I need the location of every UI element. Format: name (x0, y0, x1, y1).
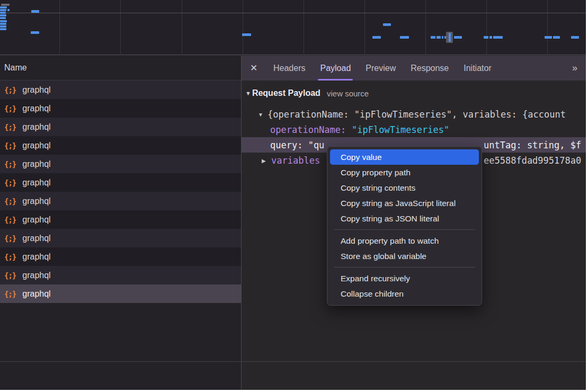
network-request-row[interactable]: {;}graphql (0, 229, 241, 247)
network-request-row[interactable]: {;}graphql (0, 155, 241, 173)
json-braces-icon: {;} (4, 253, 16, 261)
request-timing-bar (31, 10, 39, 13)
menu-separator (334, 267, 475, 268)
request-timing-bar (553, 36, 560, 39)
request-timing-bar (0, 9, 6, 11)
detail-tab-bar: ✕ HeadersPayloadPreviewResponseInitiator… (242, 56, 586, 81)
timeline-gridline (182, 0, 182, 55)
view-source-link[interactable]: view source (327, 89, 369, 98)
request-timing-bar (431, 36, 435, 39)
property-value: "ipFlowTimeseries" (352, 122, 449, 138)
menu-item-store-as-global-variable[interactable]: Store as global variable (327, 248, 482, 264)
network-overview-timeline[interactable] (0, 0, 586, 55)
request-timing-bar (484, 36, 488, 39)
tab-response[interactable]: Response (403, 56, 456, 81)
request-timing-bar (372, 36, 381, 39)
request-timing-bar (0, 17, 6, 19)
query-value-fragment: untTag: string, $f (484, 138, 581, 153)
timeline-gridline (243, 0, 243, 55)
network-request-row[interactable]: {;}graphql (0, 192, 241, 210)
payload-root-row[interactable]: ▼ {operationName: "ipFlowTimeseries", va… (242, 107, 586, 122)
menu-item-expand-recursively[interactable]: Expand recursively (327, 271, 482, 286)
menu-item-copy-value[interactable]: Copy value (330, 149, 479, 165)
json-braces-icon: {;} (4, 123, 16, 131)
timeline-gridline (547, 0, 548, 55)
property-key: variables (271, 153, 320, 168)
query-key-fragment: query: "qu (270, 138, 324, 153)
variables-preview-fragment: ee5588fdad995178a0 (484, 153, 581, 168)
devtools-network-panel: Name {;}graphql{;}graphql{;}graphql{;}gr… (0, 0, 586, 390)
request-timing-bar (571, 36, 579, 39)
network-request-row[interactable]: {;}graphql (0, 284, 241, 303)
request-timing-bar (242, 33, 251, 36)
network-request-row[interactable]: {;}graphql (0, 118, 241, 136)
request-timing-bar (1, 4, 10, 6)
request-timing-bar (400, 36, 409, 39)
detail-panel-footer (242, 362, 586, 390)
menu-separator (334, 229, 475, 230)
timeline-gridline (425, 0, 426, 55)
expand-icon[interactable]: ▶ (262, 153, 266, 168)
request-name-label: graphql (22, 159, 50, 169)
timeline-marker-bar (449, 33, 451, 42)
tab-initiator[interactable]: Initiator (456, 56, 498, 81)
menu-item-copy-string-as-json-literal[interactable]: Copy string as JSON literal (327, 211, 482, 226)
json-braces-icon: {;} (4, 141, 16, 150)
more-tabs-icon[interactable]: » (563, 56, 586, 81)
menu-item-copy-string-as-javascript-literal[interactable]: Copy string as JavaScript literal (327, 195, 482, 211)
json-braces-icon: {;} (4, 290, 16, 298)
request-name-label: graphql (22, 215, 50, 225)
request-timing-bar (489, 36, 492, 39)
request-timing-bar (0, 28, 6, 30)
name-column-header[interactable]: Name (0, 56, 241, 81)
request-timing-bar (454, 36, 462, 39)
network-request-row[interactable]: {;}graphql (0, 266, 241, 284)
json-braces-icon: {;} (4, 86, 16, 94)
menu-item-copy-property-path[interactable]: Copy property path (327, 165, 482, 180)
request-timing-bar (436, 36, 441, 39)
request-timing-bar (0, 23, 6, 25)
json-braces-icon: {;} (4, 160, 16, 168)
close-icon[interactable]: ✕ (242, 56, 266, 81)
object-preview-text: {operationName: "ipFlowTimeseries", vari… (268, 107, 566, 122)
timeline-gridline (364, 0, 365, 55)
tab-preview[interactable]: Preview (358, 56, 403, 81)
tab-headers[interactable]: Headers (266, 56, 313, 81)
request-name-label: graphql (22, 85, 50, 95)
network-request-row[interactable]: {;}graphql (0, 173, 241, 192)
request-name-label: graphql (22, 104, 50, 113)
menu-item-collapse-children[interactable]: Collapse children (327, 286, 482, 301)
request-timing-bar (0, 14, 6, 16)
timeline-gridline (120, 0, 121, 55)
menu-item-add-property-path-to-watch[interactable]: Add property path to watch (327, 233, 482, 248)
property-key: operationName: (270, 122, 346, 138)
tab-payload[interactable]: Payload (313, 56, 358, 81)
request-name-label: graphql (22, 271, 50, 280)
json-braces-icon: {;} (4, 216, 16, 224)
request-timing-bar (0, 25, 6, 28)
request-timing-bar (493, 36, 503, 39)
operation-name-row[interactable]: operationName: "ipFlowTimeseries" (242, 122, 586, 138)
section-collapse-icon[interactable]: ▼ (245, 90, 251, 96)
network-request-row[interactable]: {;}graphql (0, 136, 241, 155)
json-braces-icon: {;} (4, 271, 16, 280)
timeline-gridline (304, 0, 304, 55)
request-name-label: graphql (22, 141, 50, 150)
network-request-row[interactable]: {;}graphql (0, 99, 241, 118)
json-braces-icon: {;} (4, 179, 16, 187)
request-timing-bar (545, 36, 552, 39)
request-name-label: graphql (22, 289, 50, 299)
menu-item-copy-string-contents[interactable]: Copy string contents (327, 180, 482, 195)
network-request-row[interactable]: {;}graphql (0, 81, 241, 99)
request-name-label: graphql (22, 178, 50, 188)
json-braces-icon: {;} (4, 104, 16, 113)
request-name-label: graphql (22, 252, 50, 262)
request-timing-bar (0, 20, 7, 22)
collapse-icon[interactable]: ▼ (258, 107, 263, 122)
network-request-row[interactable]: {;}graphql (0, 247, 241, 266)
network-request-row[interactable]: {;}graphql (0, 210, 241, 229)
timeline-gridline (486, 0, 487, 55)
request-timing-bar (442, 36, 443, 39)
json-braces-icon: {;} (4, 234, 16, 243)
request-name-label: graphql (22, 122, 50, 132)
